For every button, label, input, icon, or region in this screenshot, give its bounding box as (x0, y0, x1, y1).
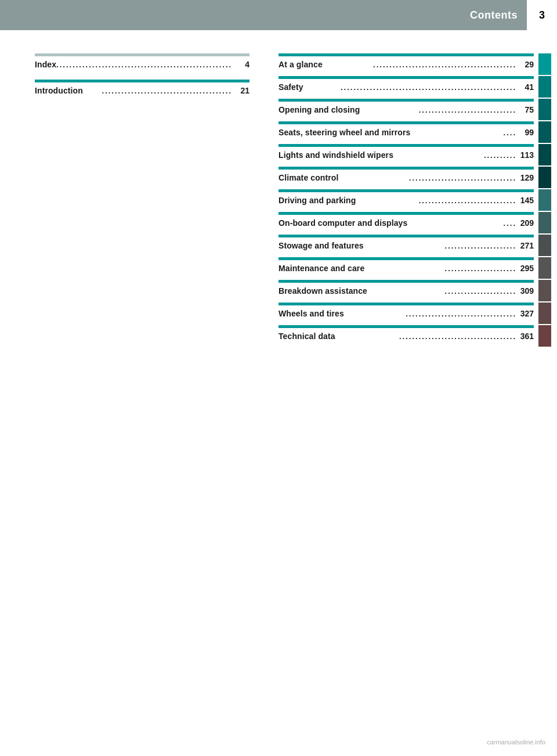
header-bar: Contents 3 (0, 0, 557, 30)
toc-section-index: Index ..................................… (35, 53, 249, 75)
toc-entry-wheels: Wheels and tires .......................… (278, 303, 551, 324)
toc-entry-climate: Climate control ........................… (278, 167, 551, 188)
toc-dots-driving: .............................. (419, 196, 516, 205)
toc-tab-safety (538, 76, 551, 98)
toc-row-safety: Safety .................................… (278, 82, 534, 98)
toc-row-maintenance: Maintenance and care ...................… (278, 264, 534, 279)
toc-dots-lights: .......... (484, 151, 516, 160)
toc-bar-stowage (278, 235, 534, 237)
toc-page-onboard: 209 (516, 218, 534, 228)
toc-page-wheels: 327 (516, 309, 534, 318)
toc-page-breakdown: 309 (516, 286, 534, 296)
toc-row-seats: Seats, steering wheel and mirrors .... 9… (278, 128, 534, 143)
toc-entry-stowage: Stowage and features ...................… (278, 235, 551, 256)
toc-tab-technical (538, 325, 551, 347)
toc-entry-opening-closing: Opening and closing ....................… (278, 99, 551, 120)
toc-label-wheels: Wheels and tires (278, 309, 406, 318)
toc-row-introduction: Introduction ...........................… (35, 86, 249, 101)
toc-label-seats: Seats, steering wheel and mirrors (278, 128, 504, 137)
toc-dots-maintenance: ...................... (445, 264, 516, 273)
toc-row-lights: Lights and windshield wipers .......... … (278, 150, 534, 165)
toc-dots-breakdown: ...................... (445, 287, 516, 296)
toc-bar-onboard (278, 212, 534, 215)
toc-page-seats: 99 (516, 128, 534, 137)
toc-right-content-onboard: On-board computer and displays .... 209 (278, 212, 534, 233)
toc-dots-introduction: ........................................ (102, 87, 232, 95)
toc-right-content-driving: Driving and parking ....................… (278, 189, 534, 211)
toc-dots-index: ........................................… (56, 60, 232, 69)
toc-label-introduction: Introduction (35, 86, 102, 95)
content-area: Index ..................................… (0, 30, 557, 371)
toc-dots-climate: ................................. (409, 174, 516, 182)
toc-row-at-a-glance: At a glance ............................… (278, 60, 534, 75)
toc-page-climate: 129 (516, 173, 534, 182)
toc-label-maintenance: Maintenance and care (278, 264, 445, 273)
toc-tab-seats (538, 121, 551, 143)
toc-right-content-maintenance: Maintenance and care ...................… (278, 257, 534, 279)
toc-label-safety: Safety (278, 82, 341, 92)
toc-label-breakdown: Breakdown assistance (278, 286, 445, 296)
toc-row-stowage: Stowage and features ...................… (278, 241, 534, 256)
toc-bar-lights (278, 144, 534, 147)
toc-page-maintenance: 295 (516, 264, 534, 273)
toc-page-driving: 145 (516, 196, 534, 205)
toc-bar-breakdown (278, 280, 534, 283)
header-title-wrapper: Contents 3 (470, 0, 557, 30)
toc-dots-technical: .................................... (399, 332, 516, 341)
toc-entry-at-a-glance: At a glance ............................… (278, 53, 551, 75)
toc-bar-seats (278, 121, 534, 124)
toc-tab-lights (538, 144, 551, 165)
toc-right-content-climate: Climate control ........................… (278, 167, 534, 188)
toc-label-lights: Lights and windshield wipers (278, 150, 484, 160)
toc-page-at-a-glance: 29 (516, 60, 534, 69)
toc-entry-technical: Technical data .........................… (278, 325, 551, 347)
toc-right-content-breakdown: Breakdown assistance ...................… (278, 280, 534, 301)
toc-row-climate: Climate control ........................… (278, 173, 534, 188)
toc-row-wheels: Wheels and tires .......................… (278, 309, 534, 324)
toc-tab-opening-closing (538, 99, 551, 120)
toc-page-stowage: 271 (516, 241, 534, 250)
header-title: Contents (470, 9, 527, 21)
toc-tab-stowage (538, 235, 551, 256)
right-column: At a glance ............................… (267, 53, 557, 348)
toc-bar-climate (278, 167, 534, 170)
toc-bar-index (35, 53, 249, 56)
toc-row-driving: Driving and parking ....................… (278, 196, 534, 211)
toc-dots-at-a-glance: ........................................… (373, 60, 516, 69)
toc-entry-safety: Safety .................................… (278, 76, 551, 98)
toc-right-content-at-a-glance: At a glance ............................… (278, 53, 534, 75)
toc-label-index: Index (35, 60, 56, 69)
toc-label-driving: Driving and parking (278, 196, 419, 205)
toc-entry-onboard: On-board computer and displays .... 209 (278, 212, 551, 233)
toc-dots-stowage: ...................... (445, 242, 516, 250)
toc-right-content-opening-closing: Opening and closing ....................… (278, 99, 534, 120)
toc-row-technical: Technical data .........................… (278, 332, 534, 347)
toc-page-lights: 113 (516, 150, 534, 160)
toc-right-content-safety: Safety .................................… (278, 76, 534, 98)
toc-right-content-wheels: Wheels and tires .......................… (278, 303, 534, 324)
toc-section-introduction: Introduction ...........................… (35, 80, 249, 101)
toc-bar-driving (278, 189, 534, 192)
toc-bar-opening-closing (278, 99, 534, 102)
toc-page-safety: 41 (516, 82, 534, 92)
toc-label-stowage: Stowage and features (278, 241, 445, 250)
toc-row-index: Index ..................................… (35, 60, 249, 75)
toc-bar-safety (278, 76, 534, 79)
toc-label-onboard: On-board computer and displays (278, 218, 504, 228)
toc-dots-safety: ........................................… (341, 83, 516, 92)
toc-bar-at-a-glance (278, 53, 534, 56)
toc-dots-wheels: .................................. (406, 309, 516, 318)
toc-page-index: 4 (232, 60, 249, 69)
toc-row-onboard: On-board computer and displays .... 209 (278, 218, 534, 233)
toc-right-content-seats: Seats, steering wheel and mirrors .... 9… (278, 121, 534, 143)
toc-tab-driving (538, 189, 551, 211)
toc-tab-onboard (538, 212, 551, 233)
toc-label-opening-closing: Opening and closing (278, 105, 419, 114)
toc-right-content-stowage: Stowage and features ...................… (278, 235, 534, 256)
toc-tab-climate (538, 167, 551, 188)
toc-page-introduction: 21 (232, 86, 249, 95)
toc-entry-driving: Driving and parking ....................… (278, 189, 551, 211)
toc-label-climate: Climate control (278, 173, 409, 182)
toc-tab-breakdown (538, 280, 551, 301)
toc-right-content-technical: Technical data .........................… (278, 325, 534, 347)
